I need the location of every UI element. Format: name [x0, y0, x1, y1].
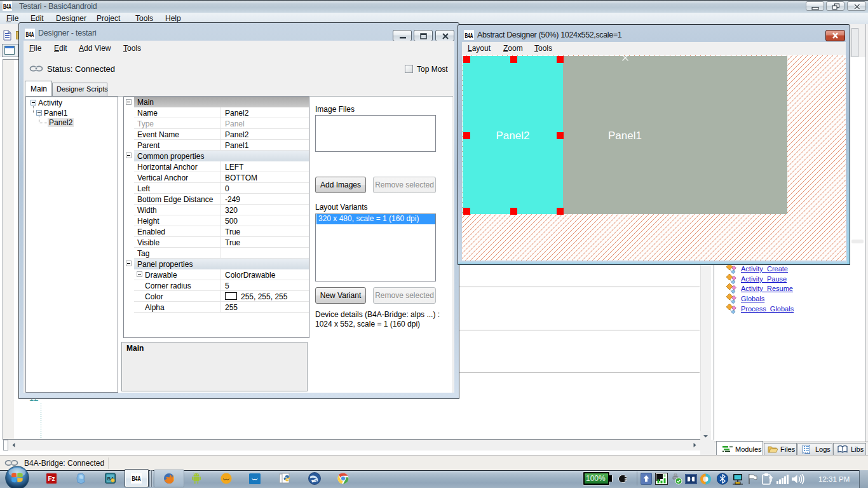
svg-text:B4A: B4A [465, 32, 473, 39]
svg-text:Fz: Fz [48, 475, 55, 482]
svg-text:B4A: B4A [3, 3, 11, 10]
svg-text:B4A: B4A [132, 475, 141, 482]
svg-text:B4A: B4A [26, 31, 34, 38]
